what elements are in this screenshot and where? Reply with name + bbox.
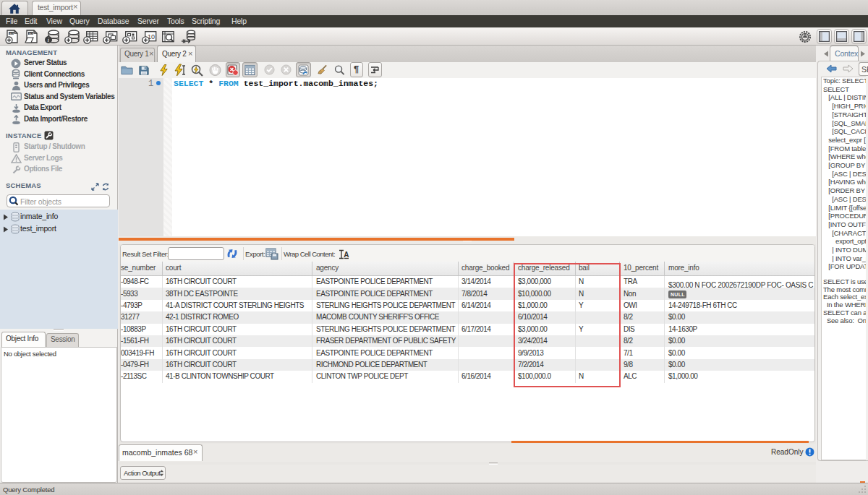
svg-text:SQL: SQL	[29, 33, 35, 35]
svg-text:A: A	[344, 251, 349, 259]
svg-text:SQL: SQL	[9, 33, 15, 35]
